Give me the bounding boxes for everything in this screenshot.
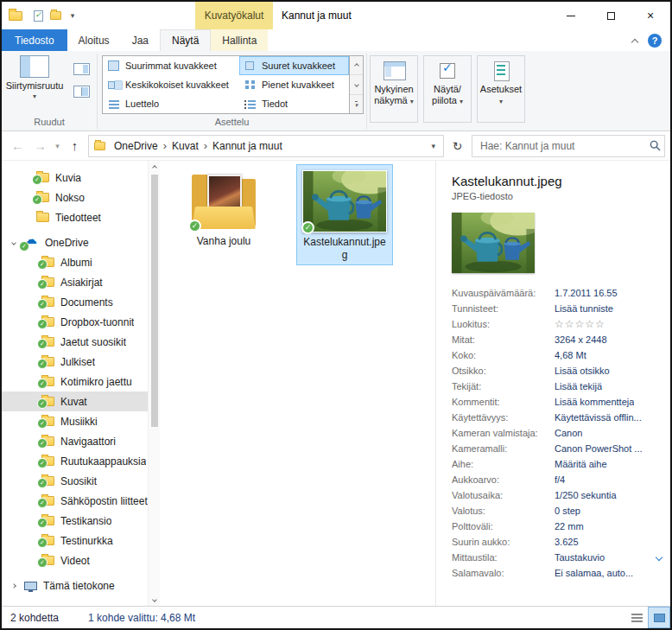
- sidebar-item-label: OneDrive: [45, 237, 89, 249]
- chevron-right-icon[interactable]: [11, 583, 16, 589]
- layout-option-tiedot[interactable]: Tiedot: [239, 94, 349, 113]
- qat-properties-button[interactable]: [29, 6, 47, 25]
- sidebar-item-onedrive[interactable]: OneDrive: [2, 232, 148, 252]
- property-value[interactable]: Lisää otsikko: [555, 366, 610, 376]
- asetukset-button[interactable]: Asetukset ▾: [477, 55, 525, 123]
- nav-scrollbar[interactable]: [148, 161, 160, 606]
- rating-stars-icon[interactable]: ☆☆☆☆☆: [555, 318, 605, 330]
- image-item-kastelukannut[interactable]: Kastelukannut.jpeg: [296, 164, 393, 265]
- thumbnail-view-button[interactable]: [648, 607, 670, 628]
- sidebar-item-videot[interactable]: Videot: [2, 550, 148, 570]
- details-pane-button[interactable]: [71, 82, 92, 100]
- navigation-pane-button[interactable]: Siirtymisruutu ▾: [2, 51, 67, 100]
- property-value: 3264 x 2448: [555, 334, 607, 345]
- address-dropdown-button[interactable]: ▾: [425, 142, 441, 150]
- sidebar-item-kuvat[interactable]: Kuvat: [2, 391, 148, 411]
- sidebar-item-label: Suosikit: [60, 475, 97, 487]
- sidebar-item-label: Kuvat: [60, 396, 87, 408]
- layout-option-suuret-kuvakkeet[interactable]: Suuret kuvakkeet: [239, 56, 349, 75]
- sidebar-item-tiedotteet[interactable]: Tiedotteet: [2, 207, 148, 227]
- navigation-pane-label: Siirtymisruutu: [6, 80, 64, 92]
- sidebar-item-kuvia[interactable]: Kuvia: [2, 168, 148, 188]
- breadcrumb-item-kannut-ja-muut[interactable]: Kannut ja muut: [207, 140, 288, 152]
- sidebar-item-kotimikro-jaettu[interactable]: Kotimikro jaettu: [2, 372, 148, 391]
- tab-näytä[interactable]: Näytä: [160, 29, 211, 51]
- sidebar-item-nokso[interactable]: Nokso: [2, 188, 148, 207]
- property-value: Käytettävissä offlin...: [555, 412, 642, 423]
- sidebar-item-suosikit[interactable]: Suosikit: [2, 471, 148, 491]
- property-value[interactable]: Määritä aihe: [555, 459, 607, 469]
- property-value[interactable]: Taustakuvio: [555, 552, 605, 563]
- selection-info: 1 kohde valittu: 4,68 Mt: [88, 612, 195, 624]
- refresh-button[interactable]: ↻: [447, 135, 468, 157]
- sidebar-item-sähköpostin-liitteet[interactable]: Sähköpostin liitteet: [2, 491, 148, 511]
- layout-option-pienet-kuvakkeet[interactable]: Pienet kuvakkeet: [239, 75, 349, 94]
- nykyinen-näkymä-button[interactable]: Nykyinen näkymä ▾: [370, 55, 418, 123]
- layout-option-suurimmat-kuvakkeet[interactable]: Suurimmat kuvakkeet: [103, 56, 239, 75]
- details-view-button[interactable]: [625, 607, 648, 628]
- property-value[interactable]: Lisää tekijä: [555, 381, 602, 391]
- help-button[interactable]: ?: [648, 34, 662, 48]
- property-value[interactable]: Lisää kommentteja: [555, 397, 634, 407]
- property-label: Käytettävyys:: [452, 412, 555, 423]
- property-row: Aukkoarvo:f/4: [452, 472, 665, 487]
- tab-tiedosto[interactable]: Tiedosto: [2, 29, 67, 51]
- sidebar-item-jaetut-suosikit[interactable]: Jaetut suosikit: [2, 332, 148, 352]
- scroll-down-button[interactable]: [149, 593, 160, 606]
- layout-option-label: Keskikokoiset kuvakkeet: [125, 80, 229, 90]
- layout-option-luettelo[interactable]: Luettelo: [103, 94, 239, 113]
- property-value[interactable]: Lisää tunniste: [555, 303, 613, 314]
- forward-button[interactable]: →: [29, 135, 51, 157]
- gallery-more-button[interactable]: [350, 95, 363, 113]
- tab-jaa[interactable]: Jaa: [121, 29, 160, 51]
- sidebar-item-tämä-tietokone[interactable]: Tämä tietokone: [2, 576, 148, 595]
- sidebar-item-dropbox-tuonnit[interactable]: Dropbox-tuonnit: [2, 312, 148, 332]
- sidebar-item-musiikki[interactable]: Musiikki: [2, 411, 148, 431]
- sidebar-item-testinurkka[interactable]: Testinurkka: [2, 531, 148, 550]
- sidebar-item-ruutukaappauksia[interactable]: Ruutukaappauksia: [2, 451, 148, 471]
- scroll-up-button[interactable]: [149, 161, 160, 174]
- chevron-down-icon[interactable]: [11, 240, 16, 245]
- sidebar-item-julkiset[interactable]: Julkiset: [2, 352, 148, 372]
- qat-customize-button[interactable]: ▾: [64, 6, 81, 25]
- folder-item-vanha-joulu[interactable]: Vanha joulu: [181, 173, 267, 248]
- up-button[interactable]: ↑: [64, 135, 86, 157]
- preview-pane-button[interactable]: [71, 60, 92, 78]
- sidebar-item-documents[interactable]: Documents: [2, 292, 148, 312]
- collapse-ribbon-button[interactable]: [632, 33, 637, 48]
- maximize-button[interactable]: [591, 2, 631, 29]
- close-button[interactable]: ×: [631, 2, 670, 29]
- sidebar-item-testikansio[interactable]: Testikansio: [2, 511, 148, 531]
- contextual-tab-group[interactable]: Kuvatyökalut: [195, 2, 273, 29]
- qat-new-folder-button[interactable]: [47, 6, 64, 25]
- folder-check-icon: [36, 173, 49, 182]
- ribbon-tab-row-right: ?: [632, 29, 670, 51]
- button-label: Asetukset ▾: [479, 84, 523, 105]
- breadcrumb-item-kuvat[interactable]: Kuvat: [167, 140, 204, 152]
- sidebar-item-albumi[interactable]: Albumi: [2, 252, 148, 272]
- search-input[interactable]: [479, 139, 650, 153]
- chevron-down-icon[interactable]: [656, 554, 662, 561]
- view-toggles: [625, 607, 670, 628]
- gallery-scroll-down-button[interactable]: [350, 75, 363, 94]
- search-icon[interactable]: [650, 140, 661, 151]
- file-list: Vanha joulu: [160, 161, 435, 606]
- sidebar-item-navigaattori[interactable]: Navigaattori: [2, 431, 148, 451]
- näytä-piilota-button[interactable]: Näytä/ piilota ▾: [423, 55, 472, 123]
- thumbnail-view-icon: [654, 614, 665, 622]
- minimize-button[interactable]: [551, 2, 591, 29]
- sidebar-item-asiakirjat[interactable]: Asiakirjat: [2, 272, 148, 292]
- properties-list: Kuvauspäivämäärä:1.7.2011 16.55Tunnistee…: [452, 285, 665, 581]
- chevron-down-icon: ▾: [460, 98, 463, 105]
- tab-aloitus[interactable]: Aloitus: [67, 29, 121, 51]
- window-title: Kannut ja muut: [282, 2, 352, 29]
- layout-option-keskikokoiset-kuvakkeet[interactable]: Keskikokoiset kuvakkeet: [103, 75, 239, 94]
- recent-locations-button[interactable]: ▾: [52, 135, 63, 157]
- computer-icon: [24, 582, 37, 590]
- back-button[interactable]: ←: [7, 135, 29, 157]
- breadcrumb-item-onedrive[interactable]: OneDrive: [109, 140, 163, 152]
- address-box[interactable]: OneDrive›Kuvat›Kannut ja muut ▾: [88, 135, 444, 157]
- tab-hallinta[interactable]: Hallinta: [211, 29, 268, 51]
- scrollbar-thumb[interactable]: [151, 175, 158, 427]
- gallery-scroll-up-button[interactable]: [350, 56, 363, 75]
